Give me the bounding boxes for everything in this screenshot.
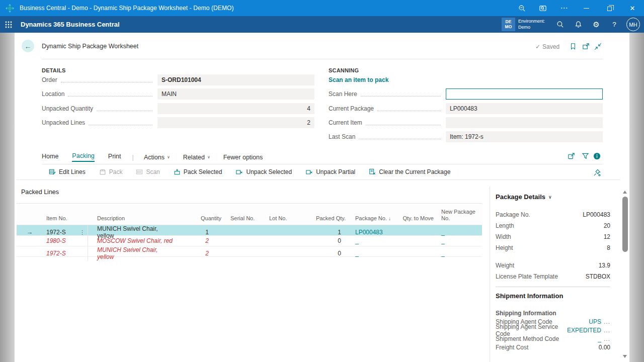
cell-package-no-link[interactable]: _ — [355, 236, 403, 246]
shipping-information-group-title: Shipping Information — [496, 310, 556, 317]
cell-serial-no — [221, 236, 259, 246]
column-header-item-no[interactable]: Item No. — [43, 215, 88, 225]
zoom-out-icon[interactable] — [511, 0, 532, 16]
cell-packed-qty: 0 — [309, 236, 355, 246]
tab-print[interactable]: Print — [108, 153, 121, 161]
back-button[interactable]: ← — [22, 40, 34, 52]
notifications-bell-icon[interactable] — [569, 21, 587, 28]
cell-new-package-no[interactable]: _ — [434, 246, 482, 260]
scan-here-field: Scan Here — [329, 88, 603, 100]
dotted-leader — [68, 92, 152, 97]
tab-actions[interactable]: Actions ∨ — [144, 154, 170, 161]
scroll-up-arrow[interactable] — [623, 191, 627, 194]
select-column-header[interactable] — [17, 222, 43, 225]
column-header-description[interactable]: Description — [88, 215, 174, 225]
shipping-agent-code-value[interactable]: UPS — [589, 318, 601, 325]
pin-action-bar-icon[interactable] — [593, 169, 601, 176]
dotted-leader — [89, 121, 152, 125]
column-header-packed-qty[interactable]: Packed Qty. — [309, 215, 355, 225]
minimize-button[interactable] — [575, 0, 598, 16]
bookmark-icon[interactable] — [570, 43, 577, 50]
current-item-field: Current Item — [329, 117, 603, 128]
chevron-down-icon: ∨ — [167, 155, 170, 159]
cell-new-package-no[interactable]: _ — [434, 236, 482, 246]
unpack-partial-button[interactable]: Unpack Partial — [305, 168, 355, 175]
app-launcher-waffle-icon[interactable] — [0, 16, 17, 33]
column-header-lot-no[interactable]: Lot No. — [259, 215, 309, 225]
table-row[interactable]: 1972-S MUNICH Swivel Chair, yellow 2 0 _… — [17, 246, 482, 257]
pack-selected-icon — [174, 168, 181, 175]
shipment-method-code-row: Shipment Method Code _ ... — [496, 334, 610, 343]
current-package-field: Current Package LP000483 — [329, 103, 603, 114]
shipment-method-code-value[interactable]: _ — [598, 335, 601, 342]
header-divider — [42, 59, 603, 59]
dotted-leader — [377, 107, 441, 111]
pack-selected-button[interactable]: Pack Selected — [174, 168, 222, 175]
info-icon[interactable] — [593, 152, 601, 160]
shipping-agent-service-code-row: Shipping Agent Service Code EXPEDITED ..… — [496, 326, 610, 334]
column-header-serial-no[interactable]: Serial No. — [221, 215, 259, 225]
pack-button: Pack — [99, 168, 123, 175]
clear-current-package-button[interactable]: Clear the Current Package — [369, 168, 450, 175]
cell-qty-to-move — [403, 236, 434, 246]
column-header-package-no[interactable]: Package No. ↓ — [355, 215, 403, 225]
more-options-icon[interactable]: ⋯ — [553, 0, 575, 16]
scroll-down-arrow[interactable] — [623, 355, 627, 358]
scanning-section-title: SCANNING — [329, 67, 359, 73]
tab-search-icon[interactable] — [532, 0, 553, 16]
business-central-window: Business Central - Demo - Dynamic Ship P… — [0, 0, 644, 362]
save-status: ✓ Saved — [535, 43, 559, 50]
column-header-quantity[interactable]: Quantity — [174, 215, 221, 225]
window-title: Business Central - Demo - Dynamic Ship P… — [20, 5, 234, 12]
filter-icon[interactable] — [582, 152, 589, 160]
fewer-options-button[interactable]: Fewer options — [223, 154, 263, 161]
saved-check-icon: ✓ — [535, 43, 540, 50]
table-row[interactable]: 1980-S MOSCOW Swivel Chair, red 2 0 _ _ — [17, 236, 482, 246]
page-left-gutter — [0, 33, 15, 362]
shipment-information-header[interactable]: Shipment Information — [496, 292, 563, 300]
width-row: Width 12 — [496, 231, 610, 242]
unpack-selected-button[interactable]: Unpack Selected — [235, 168, 292, 175]
help-icon[interactable]: ? — [605, 21, 623, 28]
close-button[interactable]: ✕ — [621, 0, 644, 16]
open-in-new-window-icon[interactable] — [582, 43, 590, 50]
user-avatar[interactable]: MH — [626, 18, 640, 31]
edit-lines-button[interactable]: Edit Lines — [49, 168, 86, 175]
share-icon[interactable] — [568, 152, 575, 160]
assist-edit-icon[interactable]: ... — [603, 327, 610, 334]
page-right-gutter — [629, 33, 644, 362]
unpacked-lines-field: Unpacked Lines 2 — [42, 117, 314, 128]
cell-lot-no — [259, 236, 309, 246]
collapse-page-icon[interactable] — [594, 43, 602, 50]
restore-window-button[interactable] — [598, 0, 621, 16]
search-icon[interactable] — [551, 21, 569, 28]
assist-edit-icon[interactable]: ... — [603, 318, 610, 325]
scan-button: Scan — [136, 168, 159, 175]
titlebar-controls: ⋯ ✕ — [511, 0, 644, 16]
tab-packing[interactable]: Packing — [72, 152, 94, 162]
package-details-header[interactable]: Package Details ∨ — [496, 193, 552, 201]
dotted-leader — [361, 92, 441, 97]
scrollbar-thumb[interactable] — [622, 197, 628, 252]
table-row[interactable]: → 1972-S ⋮ MUNICH Swivel Chair, yellow 1… — [17, 225, 482, 236]
scan-here-input[interactable] — [446, 88, 603, 100]
packed-lines-caption: Packed Lines — [21, 189, 59, 196]
cell-package-no-link[interactable]: _ — [355, 246, 403, 260]
environment-badge[interactable]: DE MO — [502, 18, 515, 31]
settings-gear-icon[interactable]: ⚙ — [587, 20, 605, 29]
column-header-qty-to-move[interactable]: Qty. to Move — [403, 215, 434, 225]
tab-home[interactable]: Home — [42, 153, 58, 161]
environment-label: Environment: Demo — [518, 19, 545, 30]
assist-edit-icon[interactable]: ... — [603, 335, 610, 342]
details-section-title: DETAILS — [42, 67, 66, 73]
last-scan-value: Item: 1972-s — [446, 131, 603, 142]
column-header-new-package-no[interactable]: New Package No. — [434, 209, 482, 225]
shipping-agent-service-code-value[interactable]: EXPEDITED — [567, 327, 601, 334]
location-field: Location MAIN — [42, 88, 314, 100]
order-value: S-ORD101004 — [157, 74, 314, 85]
current-item-label: Current Item — [329, 119, 362, 126]
order-label: Order — [42, 76, 57, 83]
tab-related[interactable]: Related ∨ — [183, 154, 210, 161]
row-menu-icon[interactable]: ⋮ — [79, 229, 88, 236]
freight-cost-row: Freight Cost 0.00 — [496, 343, 610, 351]
